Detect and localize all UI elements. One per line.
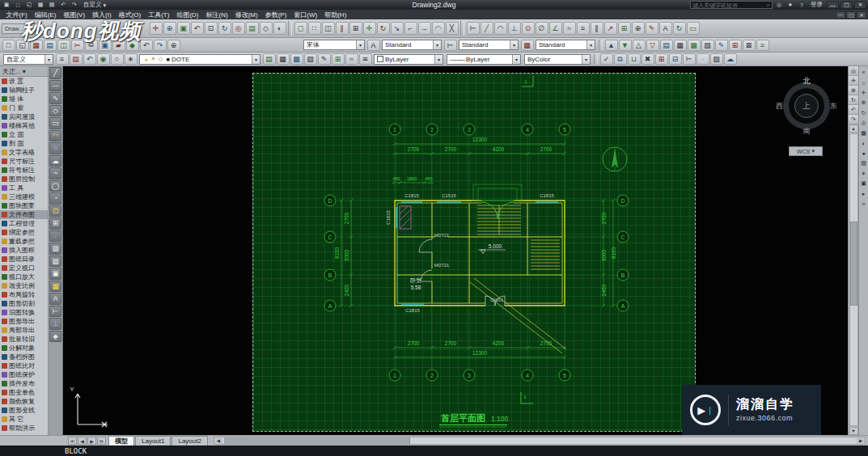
ucs-tool-icon[interactable]: ⊥ (49, 318, 61, 330)
sidebar-item-settings[interactable]: 设 置 (0, 77, 48, 86)
sidebar-item-text-table[interactable]: 文字表格 (0, 148, 48, 157)
viewcube-south-label[interactable]: 南 (778, 126, 835, 137)
nav-pan-icon[interactable]: ✛ (849, 76, 858, 86)
sidebar-item-sheet-list[interactable]: 图纸目录 (0, 255, 48, 264)
qnew-file-icon[interactable]: □ (2, 40, 15, 51)
doc-restore-icon[interactable]: ▢ (846, 11, 856, 19)
offset-icon[interactable]: ∥ (336, 22, 349, 35)
construction-line-icon[interactable]: — (49, 80, 61, 92)
command-line[interactable]: BLOCK (0, 445, 868, 456)
dim-style-icon[interactable]: ⊢ (444, 40, 457, 51)
ellipse-icon[interactable]: ◯ (49, 180, 61, 192)
fillet-icon[interactable]: ◠ (432, 22, 445, 35)
mtext-icon[interactable]: A (49, 293, 61, 305)
match-layer-icon[interactable]: ≈ (345, 53, 358, 65)
chevron-down-icon[interactable]: ▾ (586, 40, 595, 49)
polyline-icon[interactable]: ∿ (49, 92, 61, 104)
sidebar-item-others[interactable]: 其 它 (0, 415, 48, 424)
text-style-select[interactable]: Standard ▾ (382, 40, 442, 50)
menu-draw[interactable]: 绘图(D) (173, 10, 202, 19)
sidebar-item-define-viewport[interactable]: 定义视口 (0, 264, 48, 272)
erase-icon[interactable]: ◻ (294, 22, 307, 35)
dim-update-icon[interactable]: ↻ (673, 22, 686, 35)
zoom-window-icon[interactable]: ▣ (177, 22, 190, 35)
sidebar-item-old-drawing-convert[interactable]: 旧图转换 (0, 308, 48, 317)
sheetset-icon[interactable]: ▧ (701, 40, 714, 51)
collapse-panel-icon[interactable]: « (859, 68, 868, 77)
leader-icon[interactable]: ↗ (604, 22, 617, 35)
help-icon[interactable]: ? (797, 1, 807, 9)
layer-lock-icon[interactable]: ◇ (157, 56, 164, 62)
viewcube-compass[interactable]: 上 北 南 西 东 (778, 78, 835, 134)
copy-object-icon[interactable]: ∷ (308, 22, 321, 35)
chevron-down-icon[interactable]: ▾ (434, 55, 442, 64)
sidebar-item-symbol-annotation[interactable]: 符号标注 (0, 166, 48, 175)
redo-icon[interactable]: ↷ (70, 1, 79, 9)
designcenter-palette-icon[interactable]: ▦ (277, 53, 290, 65)
nav-zoom-icon[interactable]: ⊕ (849, 86, 858, 95)
center-mark-icon[interactable]: ⊕ (632, 22, 645, 35)
ordinate-dim-icon[interactable]: ⊥ (508, 22, 521, 35)
scroll-up-icon[interactable]: ▲ (849, 125, 858, 133)
layer-freeze-icon[interactable]: ∗ (125, 53, 138, 65)
aligned-dim-icon[interactable]: ╱ (481, 22, 493, 35)
field-icon[interactable]: ≡ (756, 40, 769, 51)
clean-screen-icon[interactable]: ⊠ (743, 40, 756, 51)
named-views-icon[interactable]: ▤ (246, 22, 259, 35)
qnew-icon[interactable]: □ (13, 1, 23, 9)
tool-palettes-icon[interactable]: ▩ (688, 40, 701, 51)
sidebar-item-sheet-compare[interactable]: 图纸比对 (0, 361, 48, 370)
sidebar-item-sheet-protect[interactable]: 图纸保护 (0, 370, 48, 379)
search-icon[interactable]: ⌕ (767, 2, 770, 8)
rotate-icon[interactable]: ↻ (377, 22, 390, 35)
workspace-switcher[interactable]: 自定义 ▾ (81, 1, 108, 9)
make-block-icon[interactable]: ⊞ (49, 217, 61, 230)
menu-help[interactable]: 帮助(H) (321, 10, 350, 19)
extend-icon[interactable]: → (418, 22, 431, 35)
tolerance-icon[interactable]: ⊞ (618, 22, 631, 35)
workspace-select[interactable]: 自定义 ▾ (3, 54, 53, 65)
sidebar-item-explode-object[interactable]: 分解对象 (0, 344, 48, 353)
wcs-selector[interactable]: WCS ▾ (789, 146, 823, 156)
wipeout-icon[interactable]: ▨ (710, 53, 723, 65)
camera-icon[interactable]: ▣ (859, 179, 868, 188)
scroll-down-icon[interactable]: ▼ (849, 427, 858, 435)
lineweight-control-select[interactable]: ByColor ▾ (524, 54, 591, 65)
chevron-down-icon[interactable]: ▾ (356, 40, 364, 49)
tab-model[interactable]: 模型 (108, 436, 134, 445)
make-current-layer-icon[interactable]: ✓ (600, 53, 613, 65)
sidebar-item-drawing-cut[interactable]: 图形切割 (0, 299, 48, 308)
search-input[interactable] (692, 2, 765, 8)
menu-modify[interactable]: 修改(M) (231, 10, 261, 19)
mirror-icon[interactable]: ◫ (322, 22, 335, 35)
angular-dim-icon[interactable]: ∠ (549, 22, 562, 35)
visual-styles-icon[interactable]: ◐ (273, 22, 286, 35)
plot-icon[interactable]: ▤ (47, 1, 57, 9)
menu-window[interactable]: 窗口(W) (290, 10, 321, 19)
minimize-icon[interactable]: — (827, 1, 839, 9)
linear-dim-icon[interactable]: ⊢ (467, 22, 480, 35)
line-icon[interactable]: ╱ (49, 67, 61, 79)
nav-rewind-icon[interactable]: ↶ (849, 105, 858, 115)
scroll-left-icon[interactable]: ◀ (214, 437, 222, 444)
zoom-tool-icon[interactable]: ⊕ (859, 99, 868, 108)
dimension-tool-icon[interactable]: ⊢ (49, 306, 61, 318)
zoom-extents-icon[interactable]: ⊡ (205, 22, 218, 35)
sidebar-item-project-management[interactable]: 工程管理 (0, 219, 48, 228)
layer-on-icon[interactable]: ● (142, 57, 150, 62)
viewcube-north-label[interactable]: 北 (778, 76, 835, 87)
polygon-icon[interactable]: ◇ (49, 105, 61, 117)
steering-wheel-icon[interactable]: ◎ (232, 22, 245, 35)
sidebar-item-reload-xref[interactable]: 重载参照 (0, 237, 48, 246)
layer-states-icon[interactable]: ▤ (70, 53, 83, 65)
osnap-icon[interactable]: ◈ (49, 331, 61, 343)
lights-icon[interactable]: ☀ (859, 169, 868, 178)
comm-center-icon[interactable]: ◎ (774, 1, 784, 9)
quick-dim-icon[interactable]: ≈ (563, 22, 576, 35)
revcloud-icon[interactable]: ☁ (49, 155, 61, 167)
redo-arrow-icon[interactable]: ↷ (154, 40, 167, 51)
tab-next-icon[interactable]: ▶ (87, 437, 96, 445)
radius-dim-icon[interactable]: ⊙ (522, 22, 535, 35)
array-icon[interactable]: ⊞ (349, 22, 362, 35)
doc-minimize-icon[interactable]: — (836, 11, 845, 19)
